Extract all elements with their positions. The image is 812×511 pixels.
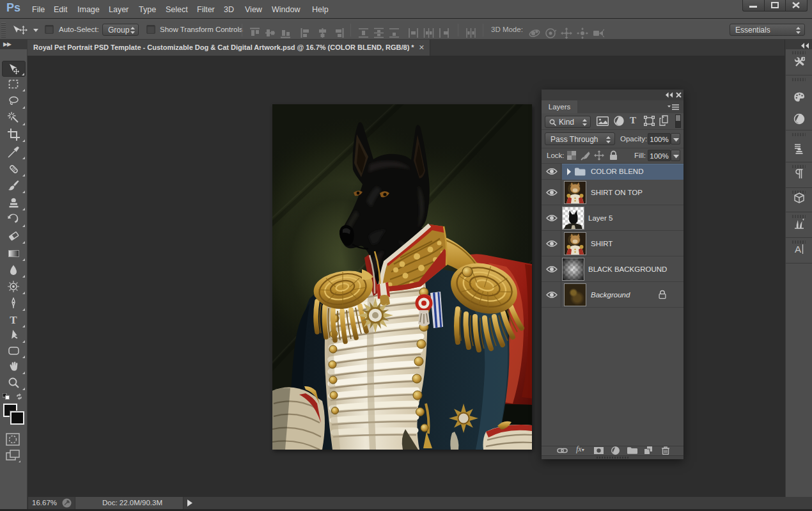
svg-text:A: A [795,244,801,255]
svg-text:T: T [10,314,17,326]
